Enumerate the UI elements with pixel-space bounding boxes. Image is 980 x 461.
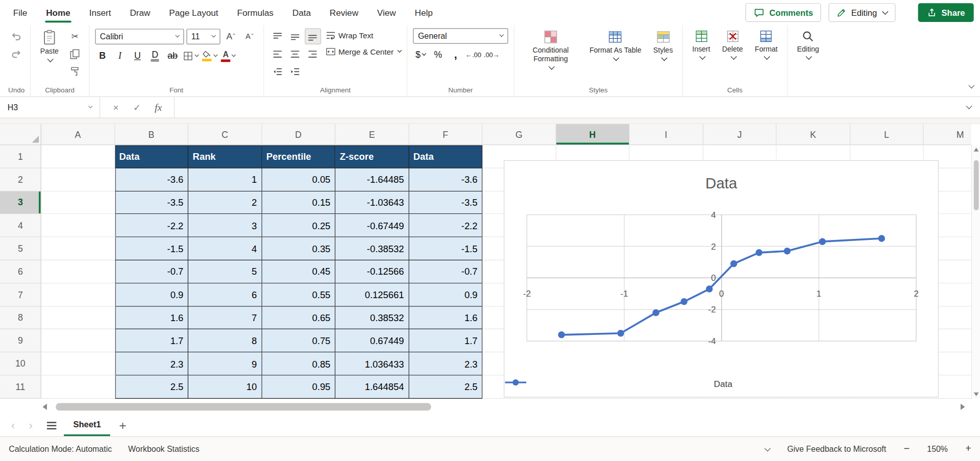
cell-B10[interactable]: 2.3 [115,352,188,375]
cell-C10[interactable]: 9 [188,352,262,375]
cell-F5[interactable]: -1.5 [409,237,482,260]
cell-F2[interactable]: -3.6 [409,168,482,191]
column-header-I[interactable]: I [629,124,703,145]
sheet-tab-sheet1[interactable]: Sheet1 [64,415,110,436]
italic-button[interactable]: I [112,48,127,63]
cell-B5[interactable]: -1.5 [115,237,188,260]
embedded-chart[interactable]: -2-1012420-2-4 Data Data [504,160,939,398]
column-header-D[interactable]: D [262,124,335,145]
merge-center-button[interactable]: Merge & Center [325,46,401,57]
share-button[interactable]: Share [918,3,974,22]
comma-format-button[interactable]: , [448,47,463,62]
horizontal-scroll-track[interactable] [51,403,957,411]
cell-D10[interactable]: 0.85 [262,352,335,375]
column-header-K[interactable]: K [777,124,850,145]
cell-C4[interactable]: 3 [188,214,262,237]
cell-F7[interactable]: 0.9 [409,283,482,306]
align-bottom-button[interactable] [305,28,321,44]
cell-A8[interactable] [41,306,115,329]
cell-A4[interactable] [41,214,115,237]
cell-A3[interactable] [41,191,115,214]
column-header-H[interactable]: H [556,124,629,145]
double-underline-button[interactable]: D [148,48,162,63]
cell-D2[interactable]: 0.05 [262,168,335,191]
cell-B3[interactable]: -3.5 [115,191,188,214]
cell-C7[interactable]: 6 [188,283,262,306]
undo-button[interactable] [8,28,24,44]
expand-formula-bar-button[interactable] [956,97,980,117]
cancel-button[interactable]: × [105,97,127,117]
column-header-C[interactable]: C [188,124,262,145]
cell-F4[interactable]: -2.2 [409,214,482,237]
cell-D9[interactable]: 0.75 [262,329,335,352]
align-right-button[interactable] [305,46,321,62]
underline-button[interactable]: U [130,48,145,63]
cell-C2[interactable]: 1 [188,168,262,191]
status-bar-options-button[interactable] [764,444,770,453]
currency-format-button[interactable]: $ [413,47,428,62]
font-size-select[interactable]: 11 [186,29,220,44]
add-sheet-button[interactable]: + [112,415,134,436]
increase-decimal-button[interactable]: ←.00 [465,47,481,62]
copy-button[interactable] [67,46,83,62]
cell-A7[interactable] [41,283,115,306]
decrease-decimal-button[interactable]: .00→ [484,47,500,62]
bold-button[interactable]: B [95,48,110,63]
column-header-E[interactable]: E [335,124,409,145]
zoom-out-button[interactable]: − [903,443,909,454]
select-all-corner[interactable] [0,124,41,145]
cell-B4[interactable]: -2.2 [115,214,188,237]
column-header-L[interactable]: L [850,124,924,145]
cell-F9[interactable]: 1.7 [409,329,482,352]
ribbon-tab-insert[interactable]: Insert [80,0,120,25]
cell-A9[interactable] [41,329,115,352]
align-middle-button[interactable] [287,28,303,44]
cell-F10[interactable]: 2.3 [409,352,482,375]
workbook-statistics-button[interactable]: Workbook Statistics [128,444,200,453]
ribbon-tab-formulas[interactable]: Formulas [228,0,283,25]
next-sheet-button[interactable]: › [22,415,39,436]
cell-B1[interactable]: Data [115,145,188,168]
conditional-formatting-button[interactable]: Conditional Formatting [520,28,581,70]
column-header-M[interactable]: M [924,124,971,145]
cell-E8[interactable]: 0.38532 [335,306,409,329]
cell-A10[interactable] [41,352,115,375]
comments-button[interactable]: Comments [746,3,821,22]
scroll-up-arrow[interactable] [973,148,978,151]
cell-E7[interactable]: 0.125661 [335,283,409,306]
zoom-in-button[interactable]: + [965,443,971,454]
ribbon-tab-file[interactable]: File [4,0,36,25]
delete-cells-button[interactable]: Delete [718,28,746,60]
cell-F6[interactable]: -0.7 [409,260,482,283]
ribbon-tab-data[interactable]: Data [283,0,320,25]
cell-B8[interactable]: 1.6 [115,306,188,329]
row-header-8[interactable]: 8 [0,306,41,329]
name-box[interactable]: H3 [0,97,100,117]
scroll-right-arrow[interactable] [961,404,965,410]
cell-F11[interactable]: 2.5 [409,376,482,399]
ribbon-tab-page-layout[interactable]: Page Layout [160,0,228,25]
cell-styles-button[interactable]: Styles [649,28,676,61]
horizontal-scroll-thumb[interactable] [56,403,431,411]
paste-button[interactable]: Paste [36,28,62,62]
percent-format-button[interactable]: % [430,47,445,62]
column-header-J[interactable]: J [703,124,776,145]
align-center-button[interactable] [287,46,303,62]
insert-cells-button[interactable]: Insert [689,28,714,60]
formula-input[interactable] [175,97,956,117]
fill-color-button[interactable] [201,47,217,64]
vertical-scrollbar[interactable] [971,145,980,399]
column-header-A[interactable]: A [41,124,115,145]
column-header-F[interactable]: F [409,124,482,145]
cell-E3[interactable]: -1.03643 [335,191,409,214]
cell-D5[interactable]: 0.35 [262,237,335,260]
cell-C3[interactable]: 2 [188,191,262,214]
cell-D8[interactable]: 0.65 [262,306,335,329]
ribbon-tab-help[interactable]: Help [405,0,442,25]
ribbon-tab-draw[interactable]: Draw [120,0,160,25]
all-sheets-button[interactable] [40,415,62,436]
scroll-left-arrow[interactable] [42,404,47,410]
cell-F3[interactable]: -3.5 [409,191,482,214]
cell-C5[interactable]: 4 [188,237,262,260]
row-header-11[interactable]: 11 [0,376,41,399]
